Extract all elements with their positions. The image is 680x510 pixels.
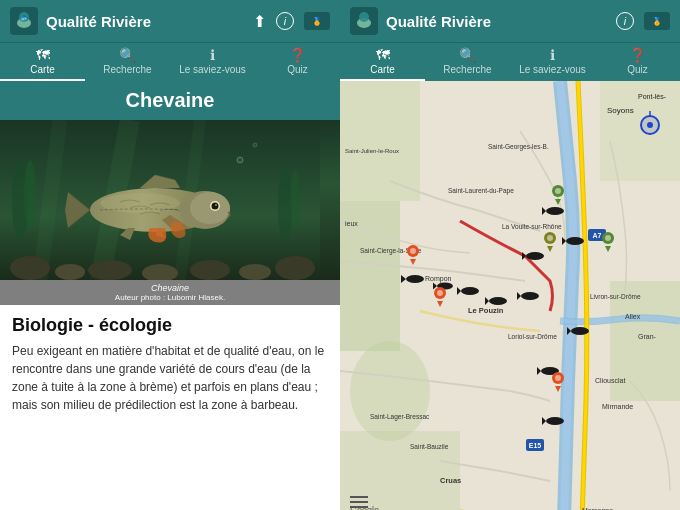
svg-text:Saint-Julien-le-Roux: Saint-Julien-le-Roux — [345, 148, 399, 154]
svg-point-86 — [410, 248, 416, 254]
right-panel: Qualité Rivière i 🏅 🗺 Carte 🔍 Recherche … — [340, 0, 680, 510]
svg-point-13 — [88, 260, 132, 280]
tab-saviez-right[interactable]: ℹ Le saviez-vous — [510, 43, 595, 81]
svg-point-68 — [489, 297, 507, 305]
tab-carte-right[interactable]: 🗺 Carte — [340, 43, 425, 81]
right-nav-tabs: 🗺 Carte 🔍 Recherche ℹ Le saviez-vous ❓ Q… — [340, 42, 680, 81]
svg-rect-30 — [340, 81, 420, 201]
fish-title: Chevaine — [0, 81, 340, 120]
biology-title: Biologie - écologie — [12, 315, 328, 336]
svg-point-25 — [237, 157, 243, 163]
biology-text: Peu exigeant en matière d'habitat et de … — [12, 342, 328, 414]
svg-point-19 — [100, 193, 180, 213]
tab-saviez-left[interactable]: ℹ Le saviez-vous — [170, 43, 255, 81]
svg-text:Saint-Georges-les-B.: Saint-Georges-les-B. — [488, 143, 549, 151]
map-container[interactable]: A7 E15 N7 Soyons Pont-lès- — [340, 81, 680, 510]
svg-rect-106 — [350, 496, 368, 498]
svg-point-9 — [278, 167, 292, 243]
tab-quiz-right[interactable]: ❓ Quiz — [595, 43, 680, 81]
left-panel: 🐟 Qualité Rivière ⬆ i 🏅 🗺 Carte 🔍 Recher… — [0, 0, 340, 510]
svg-text:Mirmande: Mirmande — [602, 403, 633, 410]
svg-point-89 — [437, 290, 443, 296]
svg-point-21 — [190, 192, 230, 224]
svg-text:Pont-lès-: Pont-lès- — [638, 93, 667, 100]
svg-text:A7: A7 — [593, 232, 602, 239]
svg-point-10 — [290, 170, 300, 230]
svg-point-17 — [275, 256, 315, 280]
recherche-icon-left: 🔍 — [119, 47, 136, 63]
saviez-icon-left: ℹ — [210, 47, 215, 63]
map-svg: A7 E15 N7 Soyons Pont-lès- — [340, 81, 680, 510]
svg-text:Saint-Laurent-du-Pape: Saint-Laurent-du-Pape — [448, 187, 514, 195]
svg-text:Soyons: Soyons — [607, 106, 634, 115]
svg-text:Saint-Lager-Bressac: Saint-Lager-Bressac — [370, 413, 430, 421]
tab-recherche-right[interactable]: 🔍 Recherche — [425, 43, 510, 81]
tab-quiz-left[interactable]: ❓ Quiz — [255, 43, 340, 81]
svg-point-16 — [239, 264, 271, 280]
share-icon[interactable]: ⬆ — [253, 12, 266, 31]
tab-carte-left[interactable]: 🗺 Carte — [0, 43, 85, 81]
svg-text:Saint-Bauzile: Saint-Bauzile — [410, 443, 449, 450]
badge-icon-left: 🏅 — [304, 12, 330, 30]
app-title-left: Qualité Rivière — [46, 13, 245, 30]
svg-point-101 — [547, 235, 553, 241]
recherche-icon-right: 🔍 — [459, 47, 476, 63]
svg-point-98 — [555, 375, 561, 381]
svg-point-76 — [566, 237, 584, 245]
svg-point-28 — [359, 12, 369, 22]
svg-text:Cruas: Cruas — [440, 476, 461, 485]
right-header: Qualité Rivière i 🏅 — [340, 0, 680, 42]
svg-point-12 — [55, 264, 85, 280]
header-actions-right: i 🏅 — [616, 12, 670, 30]
svg-point-66 — [461, 287, 479, 295]
fish-caption-author: Auteur photo : Lubomir Hlasek. — [6, 293, 334, 302]
svg-point-95 — [605, 235, 611, 241]
svg-point-15 — [190, 260, 230, 280]
svg-text:Le Pouzin: Le Pouzin — [468, 306, 504, 315]
tab-recherche-left[interactable]: 🔍 Recherche — [85, 43, 170, 81]
svg-text:La Voulte-sur-Rhône: La Voulte-sur-Rhône — [502, 223, 562, 230]
svg-point-26 — [253, 143, 257, 147]
svg-point-70 — [521, 292, 539, 300]
svg-point-72 — [526, 252, 544, 260]
svg-point-23 — [212, 203, 219, 210]
app-logo-left: 🐟 — [10, 7, 38, 35]
svg-point-8 — [24, 160, 36, 230]
info-icon-left[interactable]: i — [276, 12, 294, 30]
fish-caption: Chevaine Auteur photo : Lubomir Hlasek. — [0, 280, 340, 305]
info-icon-right[interactable]: i — [616, 12, 634, 30]
svg-point-35 — [350, 341, 430, 441]
carte-icon-right: 🗺 — [376, 47, 390, 63]
svg-rect-107 — [350, 501, 368, 503]
svg-point-92 — [555, 188, 561, 194]
svg-point-78 — [571, 327, 589, 335]
header-actions-left: ⬆ i 🏅 — [253, 12, 330, 31]
saviez-icon-right: ℹ — [550, 47, 555, 63]
fish-caption-name: Chevaine — [6, 283, 334, 293]
app-title-right: Qualité Rivière — [386, 13, 608, 30]
svg-point-62 — [406, 275, 424, 283]
svg-point-82 — [546, 417, 564, 425]
svg-text:Livron-sur-Drôme: Livron-sur-Drôme — [590, 293, 641, 300]
fish-image-container — [0, 120, 340, 280]
carte-icon-left: 🗺 — [36, 47, 50, 63]
quiz-icon-right: ❓ — [629, 47, 646, 63]
svg-point-11 — [10, 256, 50, 280]
svg-text:Allex: Allex — [625, 313, 641, 320]
quiz-icon-left: ❓ — [289, 47, 306, 63]
svg-text:E15: E15 — [529, 442, 542, 449]
svg-text:ieux: ieux — [345, 220, 358, 227]
svg-text:🐟: 🐟 — [20, 13, 29, 22]
svg-rect-108 — [350, 506, 368, 508]
svg-text:Cliousclat: Cliousclat — [595, 377, 625, 384]
svg-point-103 — [647, 122, 653, 128]
biology-section: Biologie - écologie Peu exigeant en mati… — [0, 305, 340, 510]
app-logo-right — [350, 7, 378, 35]
fish-image — [0, 120, 340, 280]
svg-point-24 — [215, 204, 217, 206]
svg-text:Loriol-sur-Drôme: Loriol-sur-Drôme — [508, 333, 557, 340]
left-nav-tabs: 🗺 Carte 🔍 Recherche ℹ Le saviez-vous ❓ Q… — [0, 42, 340, 81]
badge-icon-right: 🏅 — [644, 12, 670, 30]
svg-text:Gran-: Gran- — [638, 333, 657, 340]
svg-point-74 — [546, 207, 564, 215]
